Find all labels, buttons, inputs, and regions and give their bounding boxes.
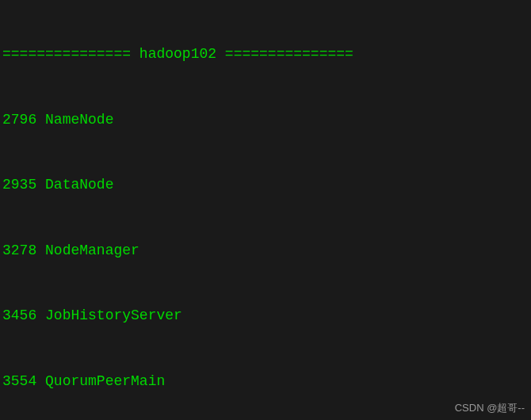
process-line: 2935 DataNode	[2, 174, 529, 197]
process-pid: 2796	[2, 112, 36, 128]
process-line: 3554 QuorumPeerMain	[2, 371, 529, 393]
process-name: NameNode	[45, 112, 113, 128]
process-pid: 2935	[2, 177, 36, 193]
process-pid: 3278	[2, 242, 36, 258]
process-line: 3278 NodeManager	[2, 240, 529, 262]
process-name: QuorumPeerMain	[45, 373, 165, 389]
process-line: 2796 NameNode	[2, 109, 529, 132]
process-name: NodeManager	[45, 242, 139, 258]
watermark: CSDN @超哥--	[455, 397, 525, 419]
process-line: 3456 JobHistoryServer	[2, 305, 529, 327]
process-pid: 3554	[2, 373, 36, 389]
host-header: =============== hadoop102 ==============…	[2, 44, 529, 66]
process-name: JobHistoryServer	[45, 307, 182, 323]
process-name: DataNode	[45, 177, 113, 193]
process-pid: 3456	[2, 307, 36, 323]
terminal-output: =============== hadoop102 ==============…	[2, 0, 529, 420]
